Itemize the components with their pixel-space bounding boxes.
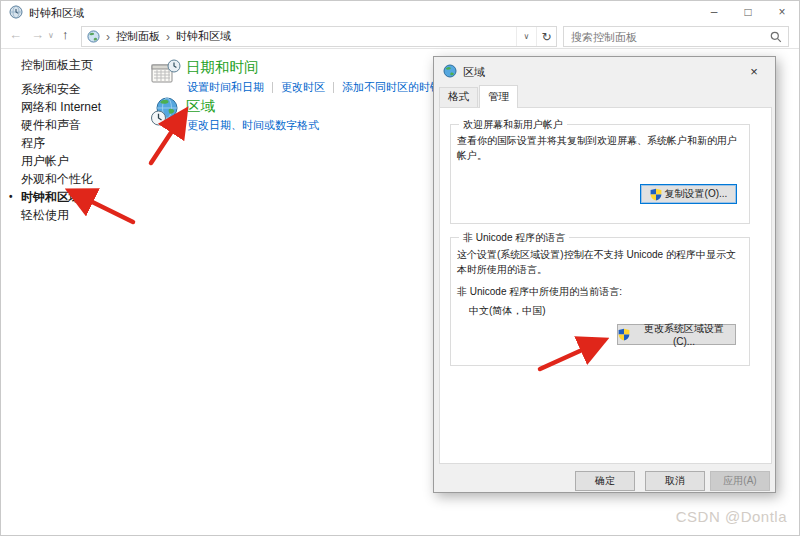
dialog-title: 区域 <box>463 65 485 80</box>
date-time-icon <box>151 59 181 90</box>
tab-formats[interactable]: 格式 <box>439 87 478 107</box>
task-add-clocks[interactable]: 添加不同时区的时钟 <box>342 80 441 95</box>
administrative-tab-page: 欢迎屏幕和新用户帐户 查看你的国际设置并将其复制到欢迎屏幕、系统帐户和新的用户帐… <box>439 107 772 464</box>
close-button[interactable]: × <box>765 1 799 23</box>
change-system-locale-label: 更改系统区域设置(C)... <box>633 322 735 347</box>
dialog-close-icon[interactable]: × <box>740 62 768 80</box>
sidebar-item-user-accounts[interactable]: 用户帐户 <box>21 155 147 167</box>
sidebar-item-ease-of-access[interactable]: 轻松使用 <box>21 209 147 221</box>
window-title: 时钟和区域 <box>29 6 84 21</box>
cancel-button[interactable]: 取消 <box>645 471 705 491</box>
region-globe-icon <box>150 97 180 130</box>
minimize-button[interactable]: – <box>697 1 731 23</box>
breadcrumb-chevron-icon: › <box>100 30 116 44</box>
sidebar-item-system-security[interactable]: 系统和安全 <box>21 83 147 95</box>
task-change-formats[interactable]: 更改日期、时间或数字格式 <box>187 118 319 133</box>
current-language-value: 中文(简体，中国) <box>469 303 546 318</box>
apply-button: 应用(A) <box>710 471 770 491</box>
current-language-label: 非 Unicode 程序中所使用的当前语言: <box>457 284 622 299</box>
groupbox-legend: 非 Unicode 程序的语言 <box>459 231 569 245</box>
change-system-locale-button[interactable]: 更改系统区域设置(C)... <box>617 324 736 345</box>
breadcrumb-chevron-icon: › <box>160 30 176 44</box>
copy-settings-label: 复制设置(O)... <box>665 187 728 201</box>
region-dialog: 区域 × 格式 管理 欢迎屏幕和新用户帐户 查看你的国际设置并将其复制到欢迎屏幕… <box>433 56 776 493</box>
sidebar-item-appearance[interactable]: 外观和个性化 <box>21 173 147 185</box>
sidebar-item-network-internet[interactable]: 网络和 Internet <box>21 101 147 113</box>
address-bar[interactable]: › 控制面板 › 时钟和区域 ∨ ↻ <box>81 26 557 47</box>
current-item-bullet-icon: • <box>9 191 13 203</box>
sidebar-item-home[interactable]: 控制面板主页 <box>21 57 147 74</box>
category-date-time-link[interactable]: 日期和时间 <box>186 58 259 77</box>
back-icon[interactable]: ← <box>9 27 22 42</box>
search-box <box>563 26 789 47</box>
region-dialog-icon <box>443 64 457 82</box>
address-dropdown-icon[interactable]: ∨ <box>516 27 536 46</box>
sidebar: 控制面板主页 系统和安全 网络和 Internet 硬件和声音 程序 用户帐户 … <box>1 49 147 227</box>
search-input[interactable] <box>564 31 770 43</box>
window-titlebar: 时钟和区域 – □ × <box>1 1 799 24</box>
sidebar-item-label: 时钟和区域 <box>21 190 81 204</box>
dialog-tabs: 格式 管理 <box>439 86 519 107</box>
uac-shield-icon <box>650 188 662 201</box>
groupbox-legend: 欢迎屏幕和新用户帐户 <box>459 118 567 132</box>
task-change-timezone[interactable]: 更改时区 <box>281 80 325 95</box>
window-clock-region-icon <box>9 5 23 23</box>
category-region-link[interactable]: 区域 <box>186 97 215 116</box>
csdn-watermark: CSDN @Dontla <box>676 508 787 525</box>
non-unicode-description: 这个设置(系统区域设置)控制在不支持 Unicode 的程序中显示文本时所使用的… <box>457 247 743 277</box>
uac-shield-icon <box>618 328 630 341</box>
sidebar-item-programs[interactable]: 程序 <box>21 137 147 149</box>
link-separator <box>272 82 273 93</box>
refresh-icon[interactable]: ↻ <box>536 27 556 46</box>
navigation-bar: ← → ∨ ↑ › 控制面板 › 时钟和区域 ∨ ↻ <box>1 24 799 49</box>
sidebar-item-hardware-sound[interactable]: 硬件和声音 <box>21 119 147 131</box>
ok-button[interactable]: 确定 <box>575 471 635 491</box>
search-icon[interactable] <box>770 31 782 43</box>
task-set-time-date[interactable]: 设置时间和日期 <box>187 80 264 95</box>
breadcrumb-control-panel[interactable]: 控制面板 <box>116 29 160 44</box>
link-separator <box>333 82 334 93</box>
recent-pages-chevron-icon[interactable]: ∨ <box>48 31 54 40</box>
copy-settings-button[interactable]: 复制设置(O)... <box>640 184 737 204</box>
address-location-icon <box>87 30 100 43</box>
tab-administrative[interactable]: 管理 <box>479 85 518 108</box>
sidebar-item-clock-region[interactable]: • 时钟和区域 <box>21 191 147 203</box>
breadcrumb-clock-region[interactable]: 时钟和区域 <box>176 29 231 44</box>
maximize-button[interactable]: □ <box>731 1 765 23</box>
welcome-description: 查看你的国际设置并将其复制到欢迎屏幕、系统帐户和新的用户帐户。 <box>457 133 743 163</box>
up-icon[interactable]: ↑ <box>62 27 69 42</box>
forward-icon[interactable]: → <box>31 27 44 42</box>
control-panel-window: 时钟和区域 – □ × ← → ∨ ↑ › 控制面板 › 时钟和区域 ∨ <box>0 0 800 536</box>
